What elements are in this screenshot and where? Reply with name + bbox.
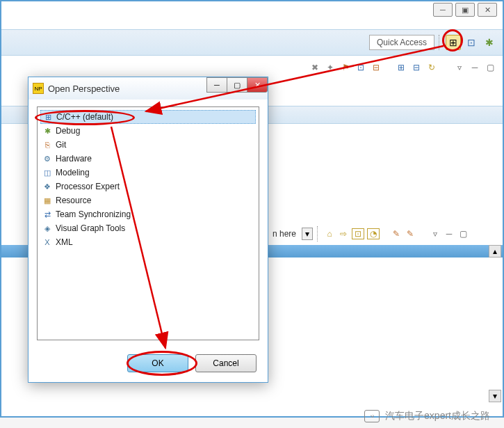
nav-icon[interactable]: ⇨ xyxy=(338,228,349,239)
dialog-minimize-button[interactable]: ─ xyxy=(206,77,227,93)
open-perspective-dialog: NP Open Perspective ─ ▢ ✕ ⊞C/C++ (defaul… xyxy=(28,77,268,383)
maximize-view-icon[interactable]: ▢ xyxy=(485,62,496,73)
perspective-icon: ▦ xyxy=(42,195,53,206)
list-item[interactable]: XXML xyxy=(40,235,256,249)
perspective-label: Git xyxy=(56,140,66,150)
ok-button[interactable]: OK xyxy=(127,354,188,372)
open-perspective-icon[interactable]: ⊞ xyxy=(446,35,461,50)
link-icon[interactable]: ⊡ xyxy=(355,62,366,73)
list-item[interactable]: ⇄Team Synchronizing xyxy=(40,207,256,221)
cancel-button[interactable]: Cancel xyxy=(195,354,257,372)
list-item[interactable]: ⚙Hardware xyxy=(40,152,256,166)
delete-icon[interactable]: ✖ xyxy=(309,62,320,73)
scroll-up-icon[interactable]: ▴ xyxy=(489,245,501,257)
quick-access-input[interactable]: Quick Access xyxy=(369,35,434,50)
perspective-icon: ◈ xyxy=(42,223,53,234)
list-item[interactable]: ✱Debug xyxy=(40,124,256,138)
max2-icon[interactable]: ▢ xyxy=(457,228,469,239)
perspective-list[interactable]: ⊞C/C++ (default)✱Debug⎘Git⚙Hardware◫Mode… xyxy=(37,106,259,340)
top-toolbar: Quick Access ⊞ ⊡ ✱ xyxy=(1,29,503,56)
perspective-label: Resource xyxy=(56,196,91,205)
refresh-icon[interactable]: ↻ xyxy=(426,62,437,73)
window-controls: ─ ▣ ✕ xyxy=(430,3,497,17)
perspective-icon: ⎘ xyxy=(42,139,53,150)
list-item[interactable]: ⎘Git xyxy=(40,138,256,152)
perspective-label: Debug xyxy=(56,126,80,136)
watermark: ༄ 汽车电子expert成长之路 xyxy=(364,410,490,422)
hint-text: n here xyxy=(273,229,296,239)
collapse2-icon[interactable]: ⊟ xyxy=(411,62,422,73)
perspective-icon: ⊞ xyxy=(42,111,54,122)
home-icon[interactable]: ⌂ xyxy=(324,228,335,239)
scroll-down-icon[interactable]: ▾ xyxy=(489,390,501,402)
perspective-cpp-icon[interactable]: ⊡ xyxy=(464,35,479,50)
list-item[interactable]: ◈Visual Graph Tools xyxy=(40,221,256,235)
menu2-icon[interactable]: ▿ xyxy=(430,228,441,239)
dropdown-arrow-icon[interactable]: ▾ xyxy=(302,228,313,240)
list-item[interactable]: ▦Resource xyxy=(40,193,256,207)
minimize-button[interactable]: ─ xyxy=(433,3,453,17)
wechat-icon: ༄ xyxy=(364,410,380,422)
dialog-titlebar[interactable]: NP Open Perspective ─ ▢ ✕ xyxy=(29,77,268,100)
dialog-window-controls: ─ ▢ ✕ xyxy=(207,77,268,93)
perspective-icon: ⇄ xyxy=(42,209,53,220)
perspective-label: XML xyxy=(56,237,73,247)
wand-icon[interactable]: ✦ xyxy=(325,62,336,73)
menu-icon[interactable]: ▿ xyxy=(454,62,465,73)
perspective-icon: ✱ xyxy=(42,125,53,136)
dialog-title: Open Perspective xyxy=(48,84,120,94)
dialog-maximize-button[interactable]: ▢ xyxy=(227,77,247,93)
perspective-debug-icon[interactable]: ✱ xyxy=(482,35,497,50)
min2-icon[interactable]: ─ xyxy=(444,228,455,239)
toolbar-separator xyxy=(439,35,441,50)
dialog-buttons: OK Cancel xyxy=(127,354,257,372)
pin-icon[interactable]: ✎ xyxy=(405,228,416,239)
second-toolbar: ✖ ✦ ⚑ ⊡ ⊟ ⊞ ⊟ ↻ ▿ ─ ▢ xyxy=(1,58,503,77)
perspective-icon: X xyxy=(42,237,53,248)
perspective-label: Processor Expert xyxy=(56,182,120,191)
list-item[interactable]: ⊞C/C++ (default) xyxy=(40,110,256,124)
perspective-label: Team Synchronizing xyxy=(56,209,131,219)
perspective-icon: ❖ xyxy=(42,181,53,192)
perspective-label: Visual Graph Tools xyxy=(56,223,125,233)
filter-icon[interactable]: ⚑ xyxy=(340,62,351,73)
collapse-icon[interactable]: ⊟ xyxy=(371,62,382,73)
box1-icon[interactable]: ⊡ xyxy=(352,228,364,239)
perspective-label: Modeling xyxy=(56,168,90,177)
perspective-label: C/C++ (default) xyxy=(56,112,113,122)
maximize-button[interactable]: ▣ xyxy=(455,3,475,17)
lower-toolbar: n here ▾ ⌂ ⇨ ⊡ ◔ ✎ ✎ ▿ ─ ▢ xyxy=(273,224,497,244)
list-item[interactable]: ◫Modeling xyxy=(40,166,256,180)
close-button[interactable]: ✕ xyxy=(478,3,497,17)
sep xyxy=(317,226,320,241)
dialog-app-icon: NP xyxy=(33,83,44,94)
minimize-view-icon[interactable]: ─ xyxy=(469,62,480,73)
list-item[interactable]: ❖Processor Expert xyxy=(40,180,256,193)
expand-icon[interactable]: ⊞ xyxy=(396,62,407,73)
perspective-label: Hardware xyxy=(56,154,92,164)
box2-icon[interactable]: ◔ xyxy=(367,228,380,239)
watermark-text: 汽车电子expert成长之路 xyxy=(385,410,490,422)
perspective-icon: ◫ xyxy=(42,167,53,178)
perspective-icon: ⚙ xyxy=(42,153,53,164)
dialog-close-button[interactable]: ✕ xyxy=(247,77,268,93)
new-icon[interactable]: ✎ xyxy=(391,228,402,239)
